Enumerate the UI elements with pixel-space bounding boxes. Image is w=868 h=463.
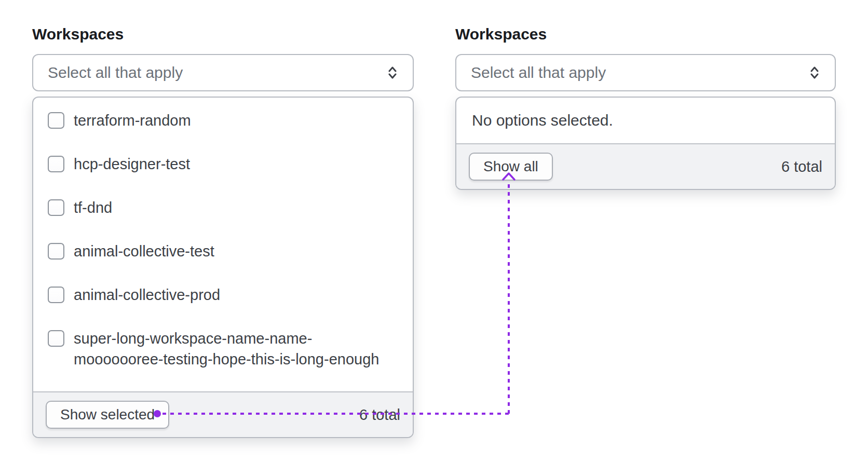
panel-footer: Show selected 6 total	[33, 391, 413, 437]
total-count: 6 total	[781, 158, 822, 175]
workspaces-label: Workspaces	[32, 26, 414, 43]
select-placeholder: Select all that apply	[471, 64, 606, 81]
option-checkbox[interactable]	[48, 287, 64, 303]
show-selected-button[interactable]: Show selected	[46, 401, 169, 429]
option-checkbox[interactable]	[48, 112, 64, 129]
empty-state-text: No options selected.	[456, 98, 835, 143]
option-label: tf-dnd	[74, 197, 112, 218]
workspaces-label: Workspaces	[455, 26, 836, 43]
option-label: hcp-designer-test	[74, 154, 190, 174]
caret-sort-icon	[807, 65, 822, 80]
option-checkbox[interactable]	[48, 330, 64, 347]
option-row[interactable]: animal-collective-prod	[33, 273, 413, 317]
option-row[interactable]: terraform-random	[33, 99, 413, 142]
total-count: 6 total	[359, 406, 400, 424]
workspaces-select-trigger[interactable]: Select all that apply	[455, 54, 836, 91]
workspaces-multiselect-expanded: Workspaces Select all that apply terrafo…	[32, 26, 414, 438]
panel-footer: Show all 6 total	[456, 143, 835, 189]
show-all-button[interactable]: Show all	[469, 153, 553, 181]
option-label: terraform-random	[74, 110, 191, 131]
option-row[interactable]: hcp-designer-test	[33, 142, 413, 186]
workspaces-multiselect-empty: Workspaces Select all that apply No opti…	[455, 26, 836, 190]
select-placeholder: Select all that apply	[48, 64, 183, 81]
option-label: animal-collective-prod	[74, 284, 220, 305]
option-checkbox[interactable]	[48, 199, 64, 216]
empty-dropdown-panel: No options selected. Show all 6 total	[455, 97, 836, 190]
caret-sort-icon	[385, 65, 400, 80]
option-label: super-long-workspace-name-name-moooooore…	[74, 328, 390, 370]
workspaces-select-trigger[interactable]: Select all that apply	[32, 54, 414, 91]
option-label: animal-collective-test	[74, 241, 214, 262]
options-list: terraform-random hcp-designer-test tf-dn…	[33, 98, 413, 391]
option-row[interactable]: tf-dnd	[33, 186, 413, 229]
options-dropdown-panel: terraform-random hcp-designer-test tf-dn…	[32, 97, 414, 438]
option-checkbox[interactable]	[48, 156, 64, 172]
option-row[interactable]: animal-collective-test	[33, 229, 413, 273]
option-checkbox[interactable]	[48, 243, 64, 260]
option-row[interactable]: super-long-workspace-name-name-moooooore…	[33, 317, 413, 381]
